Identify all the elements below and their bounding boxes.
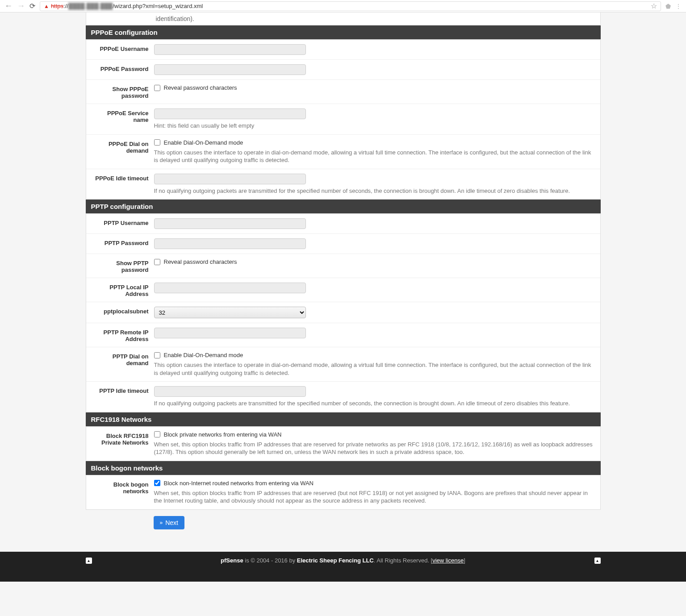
forward-icon[interactable]: →: [17, 1, 25, 11]
menu-icon[interactable]: ⋮: [675, 3, 682, 10]
pppoe-dial-text: Enable Dial-On-Demand mode: [164, 139, 243, 146]
partial-previous-panel: identification).: [86, 12, 601, 25]
view-license-link[interactable]: view license: [432, 557, 464, 564]
bogon-header: Block bogon networks: [86, 461, 601, 475]
pptp-dial-text: Enable Dial-On-Demand mode: [164, 352, 243, 358]
rfc1918-help: When set, this option blocks traffic fro…: [154, 441, 595, 456]
pptp-idle-label: PPTP Idle timeout: [92, 386, 154, 394]
pptp-remoteip-label: PPTP Remote IP Address: [92, 328, 154, 342]
pptp-dial-label: PPTP Dial on demand: [92, 352, 154, 366]
footer-brand: pfSense: [221, 557, 243, 564]
pptp-dial-checkbox[interactable]: [154, 352, 160, 358]
browser-toolbar: ← → ⟳ ▲ https://████.███.███/wizard.php?…: [0, 0, 686, 12]
pptp-showpw-text: Reveal password characters: [164, 258, 237, 265]
pppoe-idle-label: PPPoE Idle timeout: [92, 174, 154, 182]
pptp-showpw-label: Show PPTP password: [92, 258, 154, 273]
url-bar[interactable]: ▲ https://████.███.███/wizard.php?xml=se…: [40, 1, 661, 11]
bogon-help: When set, this option blocks traffic fro…: [154, 489, 595, 505]
pptp-remoteip-input[interactable]: [154, 328, 306, 338]
pptp-localip-label: PPTP Local IP Address: [92, 283, 154, 297]
bogon-label: Block bogon networks: [92, 480, 154, 495]
url-text: https://████.███.███/wizard.php?xml=setu…: [51, 3, 203, 9]
pptp-username-label: PPTP Username: [92, 218, 154, 226]
back-icon[interactable]: ←: [4, 1, 13, 11]
pppoe-username-label: PPPoE Username: [92, 44, 154, 52]
pptp-subnet-select[interactable]: 32: [154, 307, 306, 318]
rfc1918-checkbox[interactable]: [154, 431, 160, 437]
pptp-header: PPTP configuration: [86, 200, 601, 213]
pptp-password-input[interactable]: [154, 238, 306, 249]
rfc1918-check-text: Block private networks from entering via…: [164, 431, 282, 438]
bookmark-star-icon[interactable]: ☆: [651, 2, 657, 10]
pptp-subnet-label: pptplocalsubnet: [92, 307, 154, 315]
pppoe-service-label: PPPoE Service name: [92, 108, 154, 123]
pppoe-password-input[interactable]: [154, 64, 306, 75]
pppoe-showpw-label: Show PPPoE password: [92, 84, 154, 99]
pptp-idle-help: If no qualifying outgoing packets are tr…: [154, 400, 595, 408]
pppoe-service-hint: Hint: this field can usually be left emp…: [154, 122, 595, 130]
chevron-right-icon: »: [160, 520, 163, 526]
bogon-checkbox[interactable]: [154, 480, 160, 486]
pppoe-password-label: PPPoE Password: [92, 64, 154, 72]
footer: ▴ pfSense is © 2004 - 2016 by Electric S…: [0, 552, 686, 582]
pptp-dial-help: This option causes the interface to oper…: [154, 361, 595, 377]
pptp-password-label: PPTP Password: [92, 238, 154, 246]
pppoe-idle-input[interactable]: [154, 174, 306, 184]
reload-icon[interactable]: ⟳: [29, 2, 35, 10]
footer-company: Electric Sheep Fencing LLC: [297, 557, 374, 564]
insecure-warning-icon: ▲: [44, 3, 49, 9]
scroll-top-left-icon[interactable]: ▴: [86, 558, 92, 564]
pptp-idle-input[interactable]: [154, 386, 306, 397]
pppoe-service-input[interactable]: [154, 108, 306, 119]
pppoe-showpw-text: Reveal password characters: [164, 84, 237, 91]
pppoe-header: PPPoE configuration: [86, 25, 601, 39]
pppoe-username-input[interactable]: [154, 44, 306, 55]
pppoe-showpw-checkbox[interactable]: [154, 85, 160, 91]
pptp-username-input[interactable]: [154, 218, 306, 229]
pppoe-dial-label: PPPoE Dial on demand: [92, 139, 154, 154]
bogon-check-text: Block non-Internet routed networks from …: [164, 480, 314, 487]
scroll-top-right-icon[interactable]: ▴: [594, 558, 601, 564]
pppoe-dial-help: This option causes the interface to oper…: [154, 149, 595, 164]
pppoe-dial-checkbox[interactable]: [154, 139, 160, 146]
pppoe-idle-help: If no qualifying outgoing packets are tr…: [154, 187, 595, 195]
next-button[interactable]: » Next: [154, 516, 184, 529]
shield-icon[interactable]: ⬟: [665, 3, 671, 10]
rfc1918-label: Block RFC1918 Private Networks: [92, 431, 154, 446]
pptp-localip-input[interactable]: [154, 283, 306, 293]
pptp-showpw-checkbox[interactable]: [154, 259, 160, 265]
rfc1918-header: RFC1918 Networks: [86, 412, 601, 426]
